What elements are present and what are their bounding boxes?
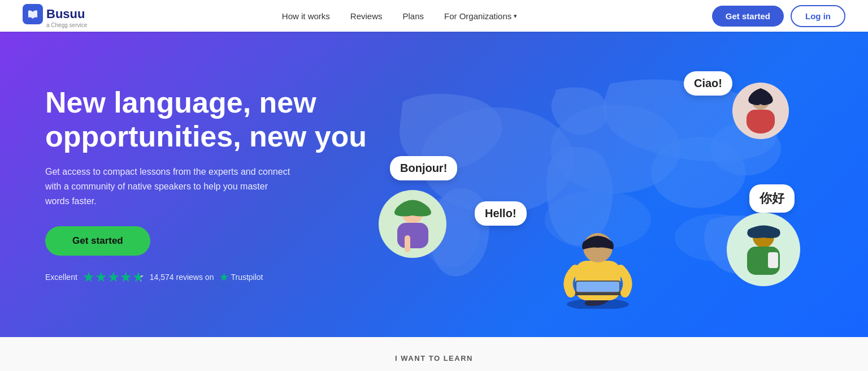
language-section: I WANT TO LEARN ❮ 🇬🇧 🇪🇸 🇯🇵 🇫🇷 🇩🇪 🇰🇷 🇮🇹 ❯	[0, 337, 868, 371]
hero-content: New language, new opportunities, new you…	[45, 86, 373, 283]
tp-star-icon	[219, 273, 228, 282]
logo-sub: a Chegg service	[46, 22, 87, 28]
star-3	[108, 271, 119, 283]
hero-illustration: Ciao! Bonjour!	[373, 54, 823, 314]
svg-rect-13	[397, 223, 428, 248]
avatar-bonjour	[379, 190, 446, 258]
speech-bubble-bonjour: Bonjour!	[390, 156, 457, 180]
nav-reviews[interactable]: Reviews	[350, 11, 383, 21]
chevron-down-icon: ▾	[514, 12, 517, 20]
nav-plans[interactable]: Plans	[403, 11, 424, 21]
hero-get-started-button[interactable]: Get started	[45, 226, 150, 256]
star-1	[83, 271, 94, 283]
speech-bubble-hello: Hello!	[475, 201, 527, 226]
trustpilot-label: Trustpilot	[231, 273, 263, 282]
svg-rect-10	[747, 110, 775, 130]
star-rating	[83, 271, 144, 283]
nav-links: How it works Reviews Plans For Organizat…	[282, 11, 517, 21]
nav-for-organizations[interactable]: For Organizations ▾	[444, 11, 517, 21]
excellent-label: Excellent	[45, 273, 77, 282]
avatar-ciao	[732, 83, 789, 139]
logo-icon	[23, 4, 43, 24]
svg-rect-24	[576, 282, 619, 292]
speech-bubble-ciao: Ciao!	[684, 71, 732, 96]
speech-bubble-nihao: 你好	[749, 184, 795, 213]
star-4	[120, 271, 132, 283]
review-count: 14,574 reviews on	[150, 273, 214, 282]
lang-section-title: I WANT TO LEARN	[395, 354, 473, 363]
star-2	[96, 271, 107, 283]
avatar-nihao	[727, 213, 800, 286]
hero-subtitle: Get access to compact lessons from the e…	[45, 165, 294, 208]
hero-section: New language, new opportunities, new you…	[0, 32, 868, 337]
svg-rect-14	[405, 235, 410, 252]
trustpilot-row: Excellent 14,574 reviews on Trustpilot	[45, 271, 373, 283]
nav-get-started-button[interactable]: Get started	[712, 6, 784, 27]
nav-actions: Get started Log in	[712, 5, 845, 27]
trustpilot-logo[interactable]: Trustpilot	[219, 273, 263, 282]
nav-how-it-works[interactable]: How it works	[282, 11, 330, 21]
nav-login-button[interactable]: Log in	[791, 5, 845, 27]
navbar: Busuu a Chegg service How it works Revie…	[0, 0, 868, 32]
logo-text: Busuu	[46, 7, 85, 21]
svg-rect-18	[768, 252, 778, 268]
logo[interactable]: Busuu a Chegg service	[23, 4, 87, 28]
hero-title: New language, new opportunities, new you	[45, 86, 373, 154]
star-5	[133, 271, 144, 283]
center-person	[558, 213, 637, 303]
